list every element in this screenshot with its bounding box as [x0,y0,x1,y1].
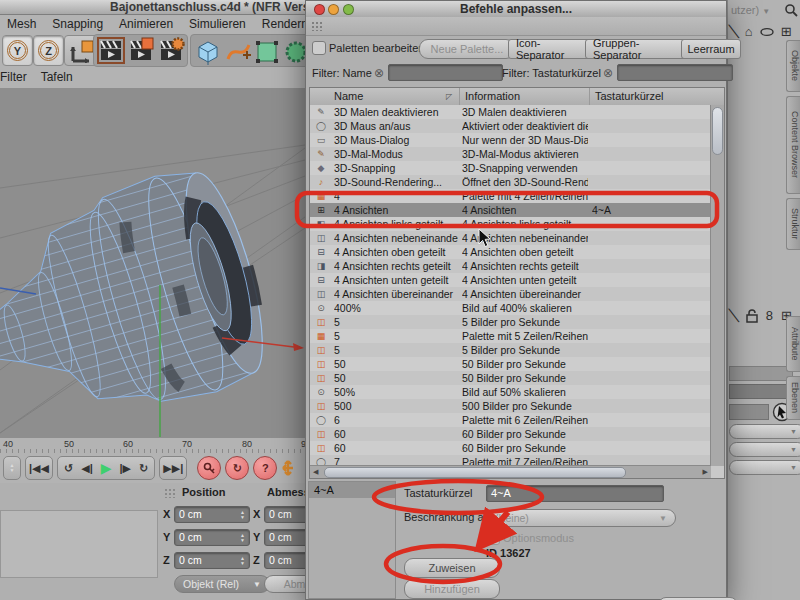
cursor-mode-icon[interactable]: ╲ [729,307,739,323]
table-row[interactable]: ◯3D Maus an/ausAktiviert oder deaktivier… [310,119,711,133]
menu-rendern[interactable]: Rendern [262,17,308,31]
material-manager-empty[interactable] [0,510,158,578]
next-frame-icon[interactable]: |▶ [120,462,132,475]
viewport-3d[interactable] [0,88,305,437]
dialog-titlebar[interactable]: Befehle anpassen... [306,1,726,18]
shortcut-input[interactable]: 4~A [486,485,664,502]
header-name[interactable]: Name [334,89,363,104]
restriction-dropdown[interactable]: (Keine)▼ [486,509,676,527]
scroll-right-icon[interactable]: ▶ [703,468,708,476]
table-row[interactable]: ◫55 Bilder pro Sekunde [310,315,711,329]
link-icon[interactable]: 8 [766,308,773,323]
record-keyframe-button[interactable] [197,456,221,480]
eye-icon[interactable] [760,27,774,37]
position-x-field[interactable]: 0 cm▲▼ [174,506,250,523]
dock-tab-objekte[interactable]: Objekte [786,40,800,92]
drag-grip-icon[interactable] [311,21,323,31]
play-backwards-icon[interactable]: ↺ [64,462,73,475]
table-row[interactable]: ◯6Palette mit 6 Zeilen/Reihen [310,413,711,427]
zoom-window-icon[interactable] [343,4,354,15]
icon-separator-button[interactable]: Icon-Separator [508,39,596,59]
options-mode-checkbox[interactable] [487,532,500,545]
attribute-dropdown-3[interactable]: ▼ [729,460,800,475]
home-icon[interactable]: ⌂ [745,24,753,39]
goto-start-button[interactable]: |◀◀ [25,456,53,480]
attribute-field[interactable] [729,404,769,420]
table-row[interactable]: ◫55 Bilder pro Sekunde [310,343,711,357]
table-row[interactable]: ◫5050 Bilder pro Sekunde [310,371,711,385]
scroll-left-icon[interactable]: ◀ [313,468,318,476]
lock-icon[interactable] [746,309,758,323]
table-row[interactable]: ⊙50%Bild auf 50% skalieren [310,385,711,399]
pen-icon[interactable]: ╲ [729,23,739,39]
filter-name-input[interactable] [388,64,503,81]
dock-tab-content-browser[interactable]: Content Browser [786,96,800,194]
attribute-dropdown-1[interactable]: ▼ [729,424,800,439]
sort-icon[interactable]: ◸ [446,89,452,104]
vertical-scrollbar[interactable] [710,105,724,466]
viewport-menu-tafeln[interactable]: Tafeln [41,70,73,84]
record-rotation-button[interactable]: ↻ [225,456,249,480]
frame-stepper[interactable]: ▲▼ [3,456,21,480]
group-separator-button[interactable]: Gruppen-Separator [585,39,693,59]
table-row[interactable]: ◫6060 Bilder pro Sekunde [310,427,711,441]
table-row[interactable]: ◫500500 Bilder pro Sekunde [310,399,711,413]
close-icon[interactable] [314,4,325,15]
edit-palettes-checkbox[interactable] [312,41,326,55]
dock-tab-struktur[interactable]: Struktur [786,198,800,250]
position-y-field[interactable]: 0 cm▲▼ [174,529,250,546]
goto-end-button[interactable]: ▶▶| [159,456,187,480]
table-row[interactable]: ◫5050 Bilder pro Sekunde [310,357,711,371]
menu-snapping[interactable]: Snapping [52,17,103,31]
layout-dropdown[interactable]: utzer) ▼ [731,4,770,16]
menu-simulieren[interactable]: Simulieren [189,17,246,31]
play-loop-icon[interactable]: ↻ [139,462,148,475]
space-button[interactable]: Leerraum [681,39,741,59]
play-icon[interactable]: ▶ [101,460,112,476]
table-row[interactable]: ◧4 Ansichten links geteilt4 Ansichten li… [310,217,711,231]
menu-mesh[interactable]: Mesh [7,17,36,31]
horizontal-scroll-thumb[interactable] [324,467,626,478]
table-row[interactable]: ⊙400%Bild auf 400% skalieren [310,301,711,315]
table-row[interactable]: ♪3D-Sound-Rendering...Öffnet den 3D-Soun… [310,175,711,189]
table-row[interactable]: ◫4 Ansichten übereinander4 Ansichten übe… [310,287,711,301]
table-row[interactable]: ◨4 Ansichten rechts geteilt4 Ansichten r… [310,259,711,273]
clear-filter-name-icon[interactable]: ⊗ [374,66,384,80]
filter-shortcut-input[interactable] [617,64,733,81]
panel-grip-icon[interactable] [164,488,176,498]
table-row[interactable]: ✎3D Malen deaktivieren3D Malen deaktivie… [310,105,711,119]
add-button[interactable]: Hinzufügen [404,579,500,599]
object-mode-dropdown[interactable]: Objekt (Rel)▼ [174,575,270,593]
add-panel-icon[interactable]: ⊞ [781,24,792,39]
table-row[interactable]: ◫6060 Bilder pro Sekunde [310,441,711,455]
assign-button[interactable]: Zuweisen [404,558,500,578]
assigned-shortcut-list[interactable]: 4~A [308,481,396,599]
search-icon[interactable] [784,3,798,17]
clear-filter-shortcut-icon[interactable]: ⊗ [603,66,613,80]
table-row[interactable]: ⊞4 Ansichten4 Ansichten4~A [310,203,711,217]
table-row[interactable]: ◫4 Ansichten nebeneinander4 Ansichten ne… [310,231,711,245]
vertical-scroll-thumb[interactable] [712,107,723,155]
menu-animieren[interactable]: Animieren [119,17,173,31]
table-row[interactable]: ⊟4 Ansichten unten geteilt4 Ansichten un… [310,273,711,287]
table-row[interactable]: ◆3D-Snapping3D-Snapping verwenden [310,161,711,175]
header-shortcut[interactable]: Tastaturkürzel [595,89,663,104]
table-row[interactable]: ▭3D Maus-DialogNur wenn der 3D Maus-Dial [310,133,711,147]
previous-frame-icon[interactable]: ◀| [81,462,93,475]
new-palette-button[interactable]: Neue Palette... [419,39,515,59]
table-row[interactable]: ▦5Palette mit 5 Zeilen/Reihen [310,329,711,343]
dock-tab-attribute[interactable]: Attribute [786,316,800,372]
dock-tab-ebenen[interactable]: Ebenen [786,376,800,420]
table-row[interactable]: ✎3D-Mal-Modus3D-Mal-Modus aktivieren [310,147,711,161]
horizontal-scrollbar[interactable]: ◀ ▶ [310,465,711,478]
record-options-button[interactable]: ? [253,456,277,480]
viewport-menu-filter[interactable]: Filter [0,70,27,84]
table-row[interactable]: ▦4Palette mit 4 Zeilen/Reihen [310,189,711,203]
minimize-icon[interactable] [328,4,339,15]
header-information[interactable]: Information [465,89,520,104]
lock-y-axis-button[interactable]: Y [2,35,33,66]
lock-z-axis-button[interactable]: Z [33,35,64,66]
attribute-dropdown-2[interactable]: ▼ [729,442,800,457]
position-z-field[interactable]: 0 cm▲▼ [174,552,250,569]
table-row[interactable]: ⊟4 Ansichten oben geteilt4 Ansichten obe… [310,245,711,259]
